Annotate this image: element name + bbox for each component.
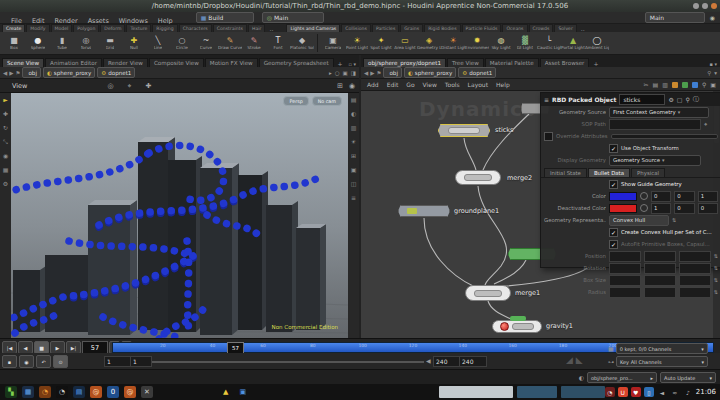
split-view-icon[interactable]: ◨	[351, 70, 356, 76]
geometry-representation-combo[interactable]: Convex Hull	[609, 215, 669, 226]
color-b-field[interactable]: 1	[698, 191, 718, 202]
shelf-tab[interactable]: Deform	[100, 24, 125, 32]
shelf-tool[interactable]: ╲Line	[146, 36, 170, 50]
override-slider[interactable]	[611, 134, 718, 139]
network-menu-item[interactable]: Edit	[383, 81, 403, 88]
camera-view-icon[interactable]: ▣	[351, 167, 357, 173]
snippet-icon[interactable]: ▤	[653, 81, 659, 88]
tray-icon[interactable]: ◄	[657, 387, 667, 397]
param-field[interactable]	[679, 263, 711, 274]
settings-tool-icon[interactable]: ⚙	[3, 181, 8, 187]
view-mode-icon[interactable]: ▤	[351, 97, 357, 103]
taskbar-launcher-icon[interactable]: ◔	[39, 386, 51, 398]
param-field[interactable]	[609, 275, 641, 286]
close-button[interactable]	[711, 3, 717, 9]
search-icon[interactable]: ⚲	[707, 70, 711, 76]
network-menu-item[interactable]: Go	[402, 81, 418, 88]
param-field[interactable]	[644, 251, 676, 262]
audio-icon[interactable]: ◉	[19, 355, 34, 368]
node-name-field[interactable]: sticks	[619, 94, 665, 105]
gear-icon[interactable]: ⚙	[668, 96, 673, 103]
shelf-tab[interactable]: Characters	[179, 24, 212, 32]
camera-pill[interactable]: No cam	[312, 96, 342, 106]
zoom-icon[interactable]: ⚲	[702, 81, 706, 88]
layout-icon[interactable]: ◫	[351, 181, 357, 187]
shelf-tool[interactable]: ▬Grid	[98, 36, 122, 50]
deactivated-color-swatch[interactable]	[609, 204, 637, 213]
shelf-overflow-icon-2[interactable]: ‥	[578, 25, 588, 32]
main-desktop-combo[interactable]: ◎Main	[262, 12, 324, 23]
shelf-tab[interactable]: Oceans	[502, 24, 527, 32]
param-field[interactable]	[679, 251, 711, 262]
shelf-tool[interactable]: ▮Tube	[50, 36, 74, 50]
network-menu-item[interactable]: Add	[363, 81, 383, 88]
param-field[interactable]	[609, 287, 641, 298]
display-geometry-combo[interactable]: Geometry Source▾	[609, 155, 701, 166]
list-view-icon[interactable]: ▥	[662, 81, 668, 88]
param-field[interactable]	[679, 287, 711, 298]
back-icon[interactable]: ◀	[3, 70, 7, 76]
drag-handle-icon[interactable]: ≡	[544, 96, 549, 103]
autofit-checkbox[interactable]: ✓	[609, 240, 618, 249]
taskbar-launcher-icon[interactable]: ▦	[22, 386, 34, 398]
handle-tool-icon[interactable]: ◉	[3, 153, 8, 159]
range-end2-field[interactable]: 240	[459, 356, 487, 367]
key-icon[interactable]: ⊶	[608, 358, 614, 365]
bypass-badge[interactable]	[510, 316, 526, 321]
taskbar-launcher-icon[interactable]: ✕	[141, 386, 153, 398]
view-pill[interactable]: Persp	[283, 96, 308, 106]
shelf-tool[interactable]: ☀Point Light	[345, 36, 369, 50]
shelf-tool[interactable]: ◈Geometry Light	[417, 36, 441, 50]
tray-icon[interactable]: U	[618, 387, 628, 397]
tray-icon[interactable]: ♪	[683, 387, 693, 397]
tab-physical[interactable]: Physical	[631, 168, 665, 177]
frame-all-icon[interactable]: ▣	[710, 81, 716, 88]
taskbar-launcher-icon[interactable]: @	[90, 386, 102, 398]
new-tab-button[interactable]: +	[590, 60, 601, 67]
shelf-tool[interactable]: ◯Ambient Light	[585, 36, 609, 50]
path-chip[interactable]: ◐sphere_proxy	[404, 67, 456, 78]
scoped-channels-icon[interactable]: ▦	[608, 345, 614, 352]
select-tool-icon[interactable]: ►	[3, 97, 8, 103]
spinner-icon[interactable]: ⇅	[714, 253, 718, 259]
node-sticks[interactable]	[438, 124, 490, 137]
node-gravity1[interactable]	[492, 320, 542, 333]
pane-menu-icon[interactable]: ▪ ▾	[710, 61, 720, 67]
window-button[interactable]	[517, 386, 557, 398]
pane-tab[interactable]: obj/sphere_proxy/dopnet1	[363, 58, 446, 67]
maximize-button[interactable]	[702, 3, 708, 9]
display-options-icon[interactable]: ▣	[343, 70, 348, 76]
auto-key-icon[interactable]: ▪	[2, 355, 17, 368]
right-main-combo[interactable]: Main	[645, 12, 705, 23]
pane-tab[interactable]: Material Palette	[485, 58, 539, 67]
grid-tool-icon[interactable]: ▦	[3, 167, 9, 173]
shelf-tool[interactable]: ✹Environment Light	[465, 36, 489, 50]
help-badge-icon[interactable]: ◉	[705, 14, 720, 21]
network-menu-item[interactable]: Help	[492, 81, 514, 88]
tray-icon[interactable]: ♥	[631, 387, 641, 397]
active-window-button[interactable]	[439, 386, 513, 398]
pane-tab[interactable]: Geometry Spreadsheet	[259, 58, 334, 67]
shelf-tool[interactable]: ○Circle	[170, 36, 194, 50]
pin-icon[interactable]: ⚑	[15, 70, 20, 76]
path-chip[interactable]: obj	[383, 67, 402, 78]
forward-icon[interactable]: ▶	[9, 70, 13, 76]
pane-tab[interactable]: Motion FX View	[205, 58, 258, 67]
pane-tab[interactable]: Animation Editor	[45, 58, 102, 67]
pane-tab[interactable]: Composite View	[149, 58, 204, 67]
tray-icon[interactable]: ≈	[670, 387, 680, 397]
shade-mode-icon[interactable]: ◐	[351, 111, 356, 117]
use-object-transform-checkbox[interactable]: ✓	[609, 144, 618, 153]
scoped-channels-combo[interactable]: 0 kept, 0/0 Channels▾	[616, 343, 708, 354]
shelf-tab[interactable]: Create	[2, 24, 25, 32]
minimize-button[interactable]	[693, 3, 699, 9]
scale-tool-icon[interactable]: ⤡	[3, 139, 8, 145]
shelf-tab[interactable]: Rigging	[152, 24, 177, 32]
network-menu-item[interactable]: Tools	[441, 81, 464, 88]
shelf-tool[interactable]: ▲Portal Light	[561, 36, 585, 50]
shelf-tab[interactable]: Solver	[554, 24, 576, 32]
shelf-tab[interactable]: Polygon	[73, 24, 99, 32]
options-icon[interactable]: ≡	[351, 195, 356, 201]
shelf-tab[interactable]: Constraints	[213, 24, 247, 32]
cook-mode-combo[interactable]: Auto Update▾	[660, 372, 716, 383]
